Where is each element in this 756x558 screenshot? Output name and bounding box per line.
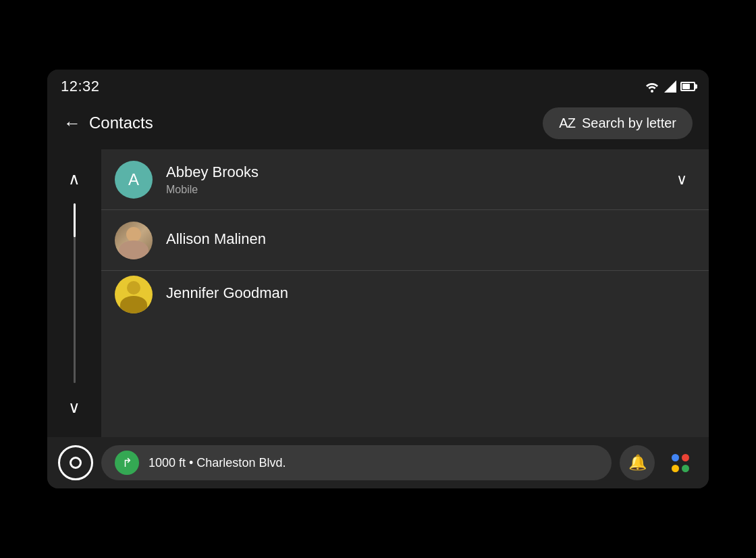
chevron-down-expand-icon: ∨: [676, 171, 687, 188]
contact-detail-abbey: Mobile: [166, 184, 671, 196]
header-title: Contacts: [89, 113, 153, 132]
avatar-letter-abbey: A: [128, 170, 139, 189]
bell-icon: 🔔: [628, 454, 647, 472]
svg-point-0: [651, 90, 653, 93]
notification-button[interactable]: 🔔: [620, 445, 655, 480]
avatar-allison: [115, 222, 153, 259]
contact-name-jennifer: Jennifer Goodman: [166, 284, 695, 302]
home-circle-icon: [70, 457, 82, 469]
contact-info-allison: Allison Malinen: [166, 230, 695, 251]
battery-icon: [680, 82, 695, 91]
chevron-down-icon: ∨: [68, 398, 80, 417]
status-bar: 12:32: [47, 70, 709, 102]
status-time: 12:32: [61, 78, 100, 95]
header: ← Contacts AZ Search by letter: [47, 102, 709, 149]
scroll-track: [74, 203, 76, 383]
wifi-icon: [644, 80, 660, 93]
navigation-pill[interactable]: ↱ 1000 ft • Charleston Blvd.: [101, 445, 612, 480]
contact-info-jennifer: Jennifer Goodman: [166, 284, 695, 305]
az-icon: AZ: [559, 116, 575, 131]
turn-right-icon: ↱: [115, 451, 139, 475]
search-by-letter-button[interactable]: AZ Search by letter: [543, 107, 693, 139]
signal-icon: [664, 80, 676, 93]
scroll-controls: ∧ ∨: [47, 149, 101, 437]
bottom-bar: ↱ 1000 ft • Charleston Blvd. 🔔: [47, 437, 709, 488]
contact-list: A Abbey Brooks Mobile ∨ Allison Malinen: [101, 149, 709, 437]
contact-name-abbey: Abbey Brooks: [166, 163, 671, 181]
contact-item-allison[interactable]: Allison Malinen: [101, 210, 709, 271]
google-assistant-button[interactable]: [663, 445, 698, 480]
avatar-abbey: A: [115, 161, 153, 199]
chevron-up-icon: ∧: [68, 170, 80, 188]
status-icons: [644, 80, 695, 93]
contact-item-abbey[interactable]: A Abbey Brooks Mobile ∨: [101, 149, 709, 210]
device-frame: 12:32 ← Contacts AZ Search by let: [47, 70, 709, 488]
contact-info-abbey: Abbey Brooks Mobile: [166, 163, 671, 196]
avatar-jennifer: [115, 276, 153, 313]
navigation-text: 1000 ft • Charleston Blvd.: [148, 456, 286, 470]
scroll-up-button[interactable]: ∧: [58, 163, 90, 195]
expand-button-abbey[interactable]: ∨: [671, 166, 693, 194]
google-assistant-icon: [671, 453, 690, 472]
scroll-down-button[interactable]: ∨: [58, 391, 90, 424]
back-button[interactable]: ← Contacts: [63, 113, 153, 132]
contact-name-allison: Allison Malinen: [166, 230, 695, 248]
search-by-letter-label: Search by letter: [582, 116, 676, 131]
contact-item-jennifer[interactable]: Jennifer Goodman: [101, 271, 709, 318]
scroll-thumb: [74, 203, 76, 237]
back-arrow-icon: ←: [63, 114, 81, 132]
home-button[interactable]: [58, 445, 93, 480]
svg-marker-1: [664, 80, 676, 93]
main-content: ∧ ∨ A Abbey Brooks Mobile ∨: [47, 149, 709, 437]
